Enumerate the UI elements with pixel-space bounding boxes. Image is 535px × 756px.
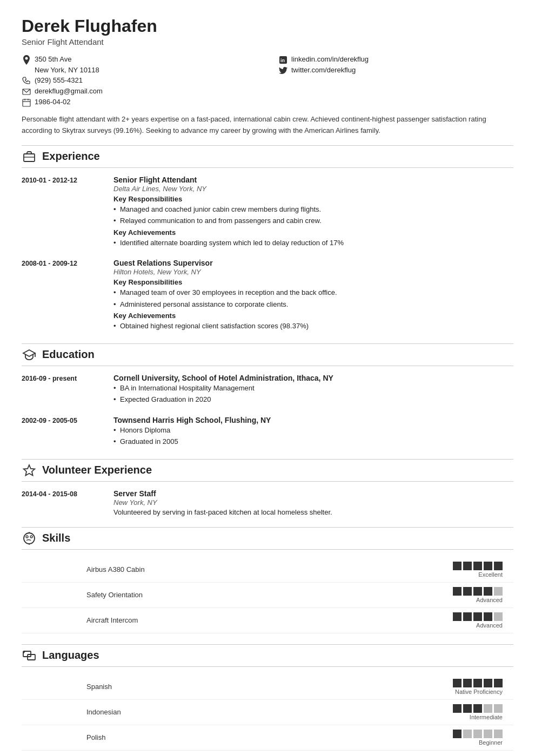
exp-resp-list-2: Managed team of over 30 employees in rec… [113, 287, 513, 309]
volunteer-icon [22, 463, 37, 478]
email-icon [22, 87, 31, 97]
lang-rating-2: Intermediate [453, 704, 513, 720]
lbar-1-1 [453, 679, 462, 687]
edu-title-1: Cornell University, School of Hotel Admi… [113, 374, 513, 382]
svg-point-13 [26, 536, 28, 538]
exp-ach-list-1: Identified alternate boarding system whi… [113, 238, 513, 248]
vol-org-1: New York, NY [113, 498, 513, 507]
lang-rating-1: Native Proficiency [453, 679, 513, 695]
skill-row-2: Safety Orientation Advanced [22, 583, 513, 608]
linkedin-url: linkedin.com/in/derekflug [291, 54, 369, 65]
exp-ach-label-1: Key Achievements [113, 228, 513, 237]
bar-3-2 [463, 612, 472, 621]
bar-2-4 [484, 587, 492, 596]
edu-entry-2: 2002-09 - 2005-05 Townsend Harris High S… [22, 416, 513, 448]
experience-section: Experience 2010-01 - 2012-12 Senior Flig… [22, 145, 513, 333]
bar-2-2 [463, 587, 472, 596]
lbar-1-2 [463, 679, 472, 687]
lang-rating-3: Beginner [453, 730, 513, 746]
bar-1-2 [463, 562, 472, 570]
skill-rating-3: Advanced [453, 612, 513, 629]
skills-icon [22, 531, 37, 546]
lang-row-3: Polish Beginner [22, 725, 513, 751]
twitter-url: twitter.com/derekflug [291, 65, 356, 76]
summary-text: Personable flight attendant with 2+ year… [22, 114, 513, 137]
exp-resp-item-1-2: Relayed communication to and from passen… [113, 215, 513, 226]
lbar-2-3 [473, 704, 482, 713]
exp-resp-label-2: Key Responsibilities [113, 278, 513, 286]
skill-bars-1 [453, 562, 503, 570]
contact-email: derekflug@gmail.com [22, 86, 257, 97]
exp-ach-list-2: Obtained highest regional client satisfa… [113, 321, 513, 332]
bar-3-4 [484, 612, 492, 621]
contact-section: 350 5th Ave New York, NY 10118 (929) 555… [22, 54, 513, 107]
contact-phone: (929) 555-4321 [22, 75, 257, 86]
contact-linkedin: in linkedin.com/in/derekflug [278, 54, 513, 65]
education-icon [22, 347, 37, 362]
edu-bullet-1-2: Expected Graduation in 2020 [113, 394, 513, 405]
education-section: Education 2016-09 - present Cornell Univ… [22, 343, 513, 448]
exp-entry-1: 2010-01 - 2012-12 Senior Flight Attendan… [22, 176, 513, 249]
skills-header: Skills [22, 527, 513, 550]
lbar-1-4 [484, 679, 492, 687]
exp-date-1: 2010-01 - 2012-12 [22, 176, 108, 249]
bar-1-1 [453, 562, 462, 570]
phone-icon [22, 76, 31, 86]
exp-ach-item-2-1: Obtained highest regional client satisfa… [113, 321, 513, 332]
lang-name-3: Polish [22, 733, 105, 741]
languages-header: Languages [22, 644, 513, 667]
contact-dob: 1986-04-02 [22, 97, 257, 107]
vol-date-1: 2014-04 - 2015-08 [22, 489, 108, 516]
edu-bullet-2-2: Graduated in 2005 [113, 436, 513, 447]
edu-bullets-2: Honors Diploma Graduated in 2005 [113, 425, 513, 447]
lang-row-1: Spanish Native Proficiency [22, 674, 513, 700]
languages-section: Languages Spanish Native Proficiency Ind… [22, 644, 513, 751]
contact-address: 350 5th Ave New York, NY 10118 [22, 54, 257, 75]
lang-bars-2 [453, 704, 503, 713]
lbar-2-4 [484, 704, 492, 713]
lbar-2-5 [494, 704, 503, 713]
svg-point-14 [30, 536, 32, 538]
bar-2-5 [494, 587, 503, 596]
exp-resp-list-1: Managed and coached junior cabin crew me… [113, 204, 513, 226]
lang-bars-1 [453, 679, 503, 687]
skill-bars-3 [453, 612, 503, 621]
location-icon [22, 55, 31, 65]
skill-row-1: Airbus A380 Cabin Excellent [22, 557, 513, 583]
svg-rect-1 [23, 99, 30, 106]
exp-ach-label-2: Key Achievements [113, 312, 513, 320]
lang-bars-3 [453, 730, 503, 738]
address-line1: 350 5th Ave [35, 54, 99, 65]
education-header: Education [22, 343, 513, 366]
lang-label-2: Intermediate [470, 714, 503, 720]
lbar-1-3 [473, 679, 482, 687]
vol-desc-1: Volunteered by serving in fast-paced kit… [113, 508, 513, 516]
bar-3-5 [494, 612, 503, 621]
address-line2: New York, NY 10118 [35, 65, 99, 76]
bar-1-5 [494, 562, 503, 570]
resume-name: Derek Flughafen [22, 16, 513, 36]
skill-bars-2 [453, 587, 503, 596]
edu-bullets-1: BA in International Hospitality Manageme… [113, 383, 513, 405]
volunteer-header: Volunteer Experience [22, 459, 513, 482]
skills-title: Skills [42, 532, 70, 544]
phone-number: (929) 555-4321 [35, 75, 83, 86]
exp-resp-item-2-2: Administered personal assistance to corp… [113, 299, 513, 310]
skill-name-3: Aircraft Intercom [22, 616, 138, 624]
edu-date-1: 2016-09 - present [22, 374, 108, 406]
edu-entry-1: 2016-09 - present Cornell University, Sc… [22, 374, 513, 406]
resume-subtitle: Senior Flight Attendant [22, 37, 513, 46]
exp-date-2: 2008-01 - 2009-12 [22, 259, 108, 333]
twitter-icon [278, 66, 288, 76]
experience-title: Experience [42, 150, 100, 163]
email-address: derekflug@gmail.com [35, 86, 103, 97]
skill-name-1: Airbus A380 Cabin [22, 565, 145, 573]
linkedin-icon: in [278, 55, 288, 65]
exp-title-1: Senior Flight Attendant [113, 176, 513, 184]
skill-label-1: Excellent [478, 571, 503, 578]
lbar-1-5 [494, 679, 503, 687]
edu-bullet-2-1: Honors Diploma [113, 425, 513, 436]
exp-entry-2: 2008-01 - 2009-12 Guest Relations Superv… [22, 259, 513, 333]
bar-2-1 [453, 587, 462, 596]
bar-3-1 [453, 612, 462, 621]
